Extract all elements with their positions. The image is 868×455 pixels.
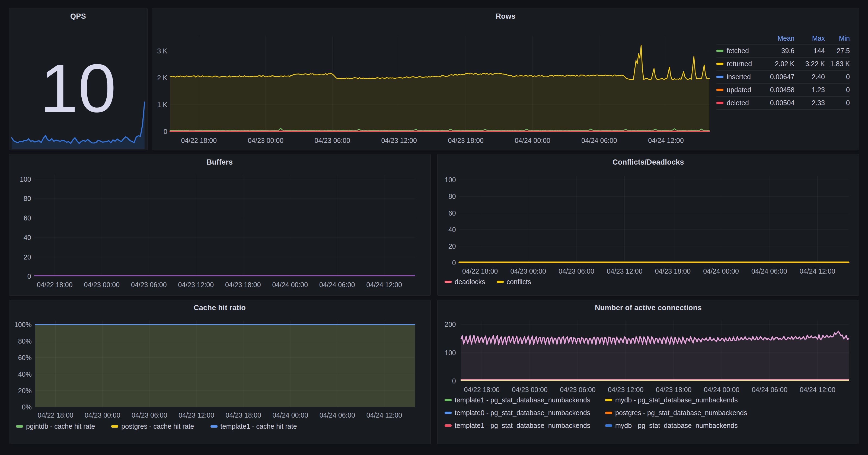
cache-legend: pgintdb - cache hit ratepostgres - cache… (16, 422, 297, 430)
svg-text:04/23 18:00: 04/23 18:00 (655, 267, 691, 275)
svg-text:04/23 06:00: 04/23 06:00 (131, 411, 167, 419)
legend-item-label: pgintdb - cache hit rate (26, 422, 95, 430)
svg-text:20: 20 (448, 242, 456, 250)
legend-series-name: inserted (716, 73, 762, 81)
legend-table-row[interactable]: updated0.004581.230 (716, 83, 850, 96)
panel-title-qps[interactable]: QPS (9, 12, 147, 21)
buffers-timeseries-chart[interactable]: 02040608010004/22 18:0004/23 00:0004/23 … (9, 154, 431, 295)
series-color-swatch (444, 281, 452, 283)
svg-text:04/24 06:00: 04/24 06:00 (752, 386, 787, 393)
legend-series-label: fetched (727, 47, 749, 55)
svg-text:04/24 00:00: 04/24 00:00 (273, 411, 308, 419)
svg-text:0: 0 (452, 259, 456, 266)
svg-text:04/23 06:00: 04/23 06:00 (558, 267, 594, 275)
legend-item[interactable]: postgres - cache hit rate (111, 422, 194, 430)
series-color-swatch (16, 425, 23, 428)
legend-series-label: deleted (727, 99, 749, 107)
series-color-swatch (716, 50, 723, 52)
legend-value-max: 3.22 K (795, 60, 825, 68)
panel-title-buffers[interactable]: Buffers (9, 158, 431, 166)
svg-text:40: 40 (448, 226, 456, 233)
legend-value-min: 0 (825, 86, 850, 94)
legend-table-row[interactable]: deleted0.005042.330 (716, 96, 850, 109)
legend-item[interactable]: postgres - pg_stat_database_numbackends (605, 408, 747, 417)
svg-text:3 K: 3 K (157, 47, 167, 55)
svg-text:0: 0 (163, 128, 167, 135)
svg-text:04/22 18:00: 04/22 18:00 (462, 267, 498, 275)
series-color-swatch (605, 399, 612, 401)
legend-series-name: fetched (716, 47, 762, 55)
legend-item-label: mydb - pg_stat_database_numbackends (615, 396, 738, 404)
panel-qps: QPS 10 (9, 8, 148, 150)
conflicts-legend: deadlocksconflicts (444, 278, 531, 286)
svg-text:04/24 12:00: 04/24 12:00 (367, 281, 402, 289)
svg-text:04/24 06:00: 04/24 06:00 (581, 137, 617, 144)
panel-title-conflicts[interactable]: Conflicts/Deadlocks (437, 158, 859, 166)
qps-stat-value: 10 (9, 49, 147, 128)
svg-text:04/23 18:00: 04/23 18:00 (225, 281, 261, 289)
legend-item[interactable]: deadlocks (444, 278, 485, 286)
svg-text:100%: 100% (14, 321, 32, 328)
svg-text:04/23 06:00: 04/23 06:00 (314, 137, 350, 144)
legend-header-min[interactable]: Min (825, 34, 850, 42)
legend-value-min: 1.83 K (825, 60, 850, 68)
grafana-dashboard: { "time_axis": { "labels": ["04/22 18:00… (0, 0, 868, 455)
svg-text:04/24 00:00: 04/24 00:00 (272, 281, 308, 289)
series-color-swatch (444, 424, 452, 427)
legend-item[interactable]: mydb - pg_stat_database_numbackends (605, 395, 747, 404)
legend-item[interactable]: conflicts (497, 278, 531, 286)
legend-value-max: 144 (795, 47, 825, 55)
legend-value-min: 0 (825, 73, 850, 81)
legend-item[interactable]: mydb - pg_stat_database_numbackends (605, 421, 747, 430)
svg-text:04/24 12:00: 04/24 12:00 (800, 386, 835, 393)
svg-text:04/22 18:00: 04/22 18:00 (181, 137, 217, 144)
series-color-swatch (716, 89, 723, 91)
panel-title-connections[interactable]: Number of active connections (437, 304, 859, 312)
panel-cache-hit-ratio: Cache hit ratio 0%20%40%60%80%100%04/22 … (9, 300, 431, 444)
svg-text:100: 100 (444, 176, 456, 184)
legend-value-min: 27.5 (825, 47, 850, 55)
svg-text:04/24 12:00: 04/24 12:00 (367, 411, 402, 419)
panel-rows: Rows 01 K2 K3 K04/22 18:0004/23 00:0004/… (152, 8, 859, 150)
svg-text:04/23 18:00: 04/23 18:00 (448, 137, 484, 144)
svg-text:04/23 00:00: 04/23 00:00 (512, 386, 548, 393)
connections-legend: template1 - pg_stat_database_numbackends… (444, 395, 747, 430)
svg-text:04/23 00:00: 04/23 00:00 (84, 281, 120, 289)
legend-table-row[interactable]: returned2.02 K3.22 K1.83 K (716, 57, 850, 70)
conflicts-timeseries-chart[interactable]: 02040608010004/22 18:0004/23 00:0004/23 … (437, 154, 859, 295)
series-color-swatch (497, 281, 504, 283)
legend-table-row[interactable]: fetched39.614427.5 (716, 44, 850, 57)
legend-series-name: updated (716, 86, 762, 94)
legend-table-row[interactable]: inserted0.006472.400 (716, 70, 850, 83)
legend-item[interactable]: template0 - pg_stat_database_numbackends (444, 408, 605, 417)
rows-legend-header: Mean Max Min (716, 32, 850, 44)
panel-conflicts-deadlocks: Conflicts/Deadlocks 02040608010004/22 18… (437, 154, 859, 296)
legend-header-mean[interactable]: Mean (762, 34, 795, 42)
legend-value-max: 2.40 (795, 73, 825, 81)
svg-text:04/23 06:00: 04/23 06:00 (560, 386, 596, 393)
svg-text:2 K: 2 K (157, 74, 167, 82)
svg-text:100: 100 (444, 349, 456, 357)
series-color-swatch (605, 412, 612, 414)
svg-text:04/23 00:00: 04/23 00:00 (248, 137, 284, 144)
legend-item[interactable]: template1 - pg_stat_database_numbackends (444, 421, 605, 430)
legend-value-max: 1.23 (795, 86, 825, 94)
legend-header-max[interactable]: Max (795, 34, 825, 42)
svg-text:1 K: 1 K (157, 101, 167, 108)
svg-text:04/24 06:00: 04/24 06:00 (751, 267, 787, 275)
svg-text:04/23 12:00: 04/23 12:00 (178, 281, 214, 289)
legend-item-label: template0 - pg_stat_database_numbackends (455, 409, 590, 417)
svg-text:04/23 12:00: 04/23 12:00 (607, 267, 643, 275)
svg-text:04/23 18:00: 04/23 18:00 (225, 411, 261, 419)
legend-value-max: 2.33 (795, 99, 825, 107)
legend-item[interactable]: template1 - cache hit rate (211, 422, 297, 430)
rows-legend-body: fetched39.614427.5returned2.02 K3.22 K1.… (716, 44, 850, 109)
panel-title-rows[interactable]: Rows (152, 12, 859, 21)
legend-item[interactable]: pgintdb - cache hit rate (16, 422, 95, 430)
panel-title-cache[interactable]: Cache hit ratio (9, 304, 431, 312)
legend-item[interactable]: template1 - pg_stat_database_numbackends (444, 395, 605, 404)
svg-text:04/24 00:00: 04/24 00:00 (703, 267, 739, 275)
svg-text:0: 0 (27, 272, 31, 280)
svg-text:04/22 18:00: 04/22 18:00 (38, 411, 73, 419)
svg-text:04/24 12:00: 04/24 12:00 (800, 267, 835, 275)
